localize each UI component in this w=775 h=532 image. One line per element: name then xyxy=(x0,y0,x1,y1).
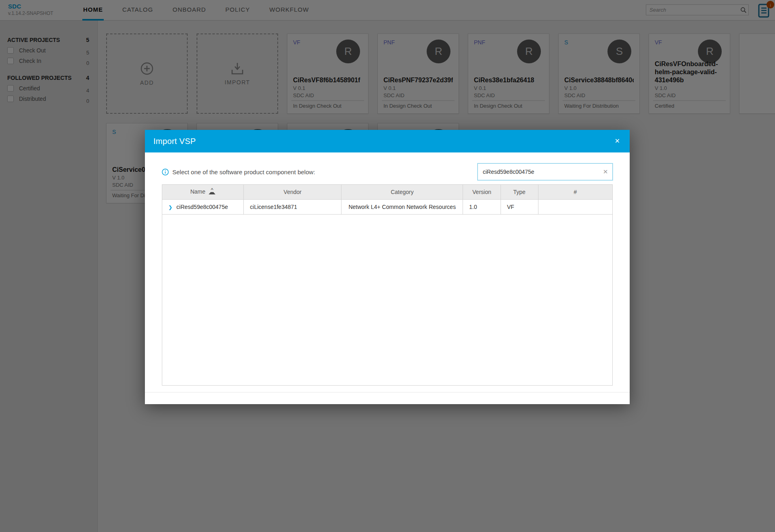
modal-footer xyxy=(145,392,630,404)
table-body: ❯ciResd59e8c00475e ciLicense1fe34871 Net… xyxy=(162,199,612,214)
chevron-right-icon[interactable]: ❯ xyxy=(168,204,172,210)
column-label: # xyxy=(574,189,577,195)
column-header[interactable]: #^ xyxy=(538,185,612,199)
close-icon[interactable]: ✕ xyxy=(615,138,620,144)
vsp-search: ✕ xyxy=(478,163,613,180)
column-header[interactable]: Category^ xyxy=(341,185,463,199)
import-vsp-modal: Import VSP ✕ Select one of the software … xyxy=(145,130,630,404)
modal-body: Select one of the software product compo… xyxy=(145,152,630,392)
vsp-search-input[interactable] xyxy=(478,169,599,175)
column-header[interactable]: Vendor^ xyxy=(244,185,341,199)
info-icon xyxy=(162,169,169,175)
cell-type: VF xyxy=(501,199,538,214)
cell-version: 1.0 xyxy=(463,199,501,214)
sort-ascending-icon: ^ xyxy=(209,188,216,194)
column-label: Version xyxy=(472,189,491,195)
modal-header: Import VSP ✕ xyxy=(145,130,630,152)
clear-icon[interactable]: ✕ xyxy=(599,168,612,175)
cell-category: Network L4+ Common Network Resources xyxy=(341,199,463,214)
instruction: Select one of the software product compo… xyxy=(162,169,315,175)
instruction-text: Select one of the software product compo… xyxy=(172,169,315,175)
column-label: Type xyxy=(513,189,526,195)
column-header[interactable]: Type^ xyxy=(501,185,538,199)
cell-name: ciResd59e8c00475e xyxy=(176,204,228,210)
column-header[interactable]: Version^ xyxy=(463,185,501,199)
column-header[interactable]: Name^ xyxy=(162,185,244,199)
cell-extra xyxy=(538,199,612,214)
column-label: Category xyxy=(391,189,414,195)
table-header-row: Name^ Vendor^ Category^ xyxy=(162,185,612,199)
column-label: Vendor xyxy=(284,189,302,195)
modal-title: Import VSP xyxy=(153,137,196,146)
cell-vendor: ciLicense1fe34871 xyxy=(244,199,341,214)
table-row[interactable]: ❯ciResd59e8c00475e ciLicense1fe34871 Net… xyxy=(162,199,612,214)
modal-toprow: Select one of the software product compo… xyxy=(162,163,613,180)
column-label: Name xyxy=(190,188,205,195)
vsp-table: Name^ Vendor^ Category^ xyxy=(162,184,613,386)
